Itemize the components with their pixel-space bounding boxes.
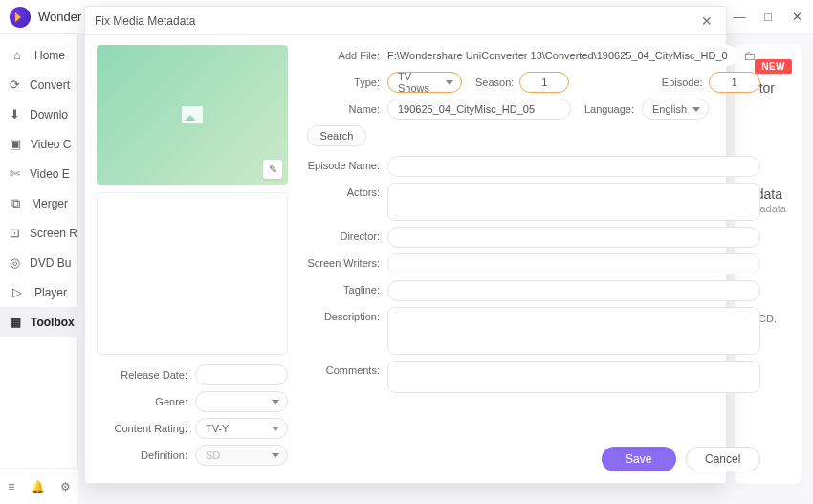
sidebar-item-label: Merger [32,197,68,210]
name-label: Name: [307,103,380,115]
sidebar-item-label: Video E [30,167,70,181]
content-rating-label: Content Rating: [97,423,187,434]
sidebar-item-video-editor[interactable]: ✄Video E [0,159,77,188]
director-label: Director: [307,227,380,242]
sidebar-item-label: Video C [31,138,71,151]
folder-icon[interactable]: 🗀 [743,49,760,63]
episode-name-label: Episode Name: [307,156,380,171]
description-label: Description: [307,307,380,322]
sidebar-item-label: Convert [30,78,70,92]
metadata-modal: Fix Media Metadata ✕ ✎ Release Date: Gen… [84,6,727,484]
chevron-down-icon [272,427,279,431]
app-logo-icon [10,7,31,28]
episode-label: Episode: [662,77,703,88]
sidebar-item-merger[interactable]: ⧉Merger [0,188,77,218]
sidebar-item-home[interactable]: ⌂Home [0,40,77,70]
sidebar-item-video-compressor[interactable]: ▣Video C [0,129,77,159]
chevron-down-icon [446,80,453,85]
tagline-label: Tagline: [307,280,380,296]
name-input[interactable]: 190625_04_CityMisc_HD_05 [387,99,571,120]
modal-title: Fix Media Metadata [95,14,195,28]
sidebar-item-dvd-burner[interactable]: ◎DVD Bu [0,248,77,277]
season-label: Season: [475,77,514,88]
definition-label: Definition: [97,449,187,461]
comments-label: Comments: [307,361,380,376]
modal-actions: Save Cancel [602,447,760,471]
app-name: Wonder [38,10,81,24]
gear-icon[interactable]: ⚙ [60,480,71,493]
tagline-input[interactable] [387,280,760,301]
bottom-bar: ≡ 🔔 ⚙ [0,468,78,504]
content-rating-value: TV-Y [206,423,229,434]
record-icon: ⊡ [10,226,20,240]
sidebar-item-toolbox[interactable]: ▦Toolbox [0,307,77,337]
episode-input[interactable] [709,72,760,93]
image-placeholder-icon [182,106,203,123]
menu-icon[interactable]: ≡ [8,480,14,493]
video-compress-icon: ▣ [10,137,21,151]
comments-input[interactable] [387,361,760,393]
close-window-button[interactable]: ✕ [790,10,803,24]
sidebar-item-player[interactable]: ▷Player [0,277,77,307]
language-select[interactable]: English [642,99,709,120]
genre-select[interactable] [195,391,288,412]
sidebar-item-label: Downlo [30,108,68,121]
genre-label: Genre: [97,396,187,407]
modal-left-column: ✎ Release Date: Genre: Content Rating: T… [85,7,299,483]
language-value: English [652,103,687,115]
sidebar-item-label: DVD Bu [30,256,71,270]
screen-writers-input[interactable] [387,253,760,274]
sidebar-item-label: Screen R [30,227,77,240]
definition-select[interactable]: SD [195,445,288,466]
chevron-down-icon [692,107,700,112]
director-input[interactable] [387,227,760,248]
toolbox-icon: ▦ [10,315,21,329]
bell-icon[interactable]: 🔔 [31,480,45,493]
type-label: Type: [307,77,380,88]
actors-input[interactable] [387,183,760,221]
season-input[interactable] [519,72,569,93]
actors-label: Actors: [307,183,380,198]
type-select[interactable]: TV Shows [387,72,462,93]
cover-art-slot[interactable] [97,192,288,355]
save-button[interactable]: Save [602,447,676,471]
sidebar-item-label: Toolbox [31,316,75,329]
language-label: Language: [584,103,634,115]
convert-icon: ⟳ [10,77,20,92]
description-input[interactable] [387,307,760,355]
content-rating-select[interactable]: TV-Y [195,418,288,439]
edit-cover-button[interactable]: ✎ [263,160,282,179]
chevron-down-icon [272,453,279,458]
sidebar-item-label: Home [34,49,65,62]
episode-name-input[interactable] [387,156,760,177]
merge-icon: ⧉ [10,196,22,211]
release-date-label: Release Date: [97,369,187,381]
screen-writers-label: Screen Writers: [307,253,380,269]
sidebar: ⌂Home ⟳Convert ⬇Downlo ▣Video C ✄Video E… [0,34,78,504]
scissors-icon: ✄ [10,166,20,181]
modal-right-column: Add File: F:\Wondershare UniConverter 13… [299,7,776,483]
add-file-label: Add File: [307,50,380,61]
chevron-down-icon [272,400,279,405]
search-button[interactable]: Search [307,125,366,146]
disc-icon: ◎ [10,255,20,270]
add-file-path[interactable]: F:\Wondershare UniConverter 13\Converted… [387,45,737,66]
play-icon: ▷ [10,285,25,299]
home-icon: ⌂ [10,48,25,62]
release-date-input[interactable] [195,364,288,385]
sidebar-item-label: Player [34,286,67,299]
download-icon: ⬇ [10,107,20,121]
type-value: TV Shows [398,71,440,94]
sidebar-item-screen-recorder[interactable]: ⊡Screen R [0,218,77,248]
sidebar-item-converter[interactable]: ⟳Convert [0,70,77,99]
cover-art-thumbnail: ✎ [97,45,288,185]
sidebar-item-downloader[interactable]: ⬇Downlo [0,99,77,129]
cancel-button[interactable]: Cancel [686,447,760,471]
definition-value: SD [206,449,220,461]
